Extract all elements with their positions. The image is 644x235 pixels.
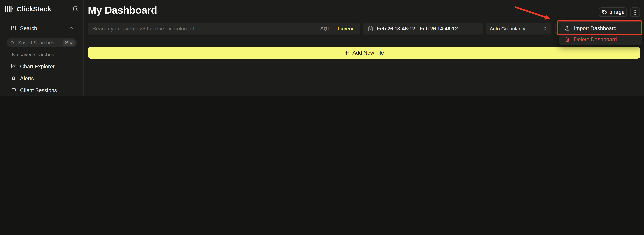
delete-dashboard-menu-item[interactable]: Delete Dashboard (559, 33, 642, 45)
granularity-select[interactable]: Auto Granularity (486, 23, 551, 35)
saved-searches-input[interactable] (17, 40, 60, 46)
search-icon (10, 41, 15, 45)
sidebar-item-label: Chart Explorer (20, 63, 54, 70)
time-range-label: Feb 26 13:46:12 - Feb 26 14:46:12 (377, 26, 458, 32)
page-title: My Dashboard (88, 4, 157, 16)
tags-button-label: 0 Tags (610, 10, 624, 15)
sidebar-item-search[interactable]: Search (0, 23, 83, 34)
select-chevrons-icon (543, 26, 547, 31)
granularity-value: Auto Granularity (490, 26, 525, 32)
no-saved-searches-text: No saved searches (12, 52, 54, 58)
collapse-sidebar-button[interactable] (73, 6, 78, 12)
tags-icon (602, 10, 607, 15)
sidebar-item-chart-explorer[interactable]: Chart Explorer (0, 62, 83, 71)
time-range-picker[interactable]: Feb 26 13:46:12 - Feb 26 14:46:12 (363, 23, 483, 35)
search-panel-icon (11, 26, 16, 31)
toggle-divider (334, 26, 334, 32)
shortcut-badge: ⌘ K (63, 40, 75, 46)
dashboard-menu-button[interactable] (630, 8, 640, 17)
laptop-icon (11, 88, 16, 92)
import-dashboard-menu-item[interactable]: Import Dashboard (559, 22, 642, 34)
clickstack-app: ClickStack Search (0, 0, 644, 96)
menu-item-label: Delete Dashboard (574, 36, 617, 42)
sidebar: ClickStack Search (0, 0, 84, 96)
add-new-tile-label: Add New Tile (352, 50, 384, 56)
logo-row: ClickStack (0, 4, 83, 15)
add-new-tile-button[interactable]: Add New Tile (88, 47, 640, 59)
menu-item-label: Import Dashboard (574, 25, 617, 31)
lucene-toggle[interactable]: Lucene (337, 26, 355, 32)
dashboard-menu-popup: Import Dashboard Delete Dashboard (559, 21, 642, 45)
event-search-input[interactable] (88, 26, 320, 32)
kebab-menu-icon (634, 9, 636, 15)
sidebar-item-alerts[interactable]: Alerts (0, 74, 83, 83)
query-language-toggle: SQL Lucene (320, 26, 360, 32)
sql-toggle[interactable]: SQL (320, 26, 330, 32)
plus-icon (344, 51, 349, 55)
app-title: ClickStack (17, 5, 51, 13)
sidebar-item-label: Alerts (20, 75, 34, 82)
event-search-box[interactable]: SQL Lucene (88, 23, 360, 35)
calendar-icon (368, 26, 373, 32)
tags-button[interactable]: 0 Tags (599, 8, 627, 17)
saved-searches-search[interactable]: ⌘ K (6, 38, 77, 47)
chevron-up-icon (69, 26, 73, 29)
bell-icon (11, 76, 16, 81)
sidebar-item-client-sessions[interactable]: Client Sessions (0, 86, 83, 95)
upload-icon (565, 26, 570, 31)
trash-icon (565, 37, 570, 42)
sidebar-item-label: Client Sessions (20, 87, 57, 93)
chart-explorer-icon (11, 64, 16, 69)
clickstack-logo-icon (5, 6, 14, 12)
sidebar-item-label: Search (20, 25, 37, 31)
